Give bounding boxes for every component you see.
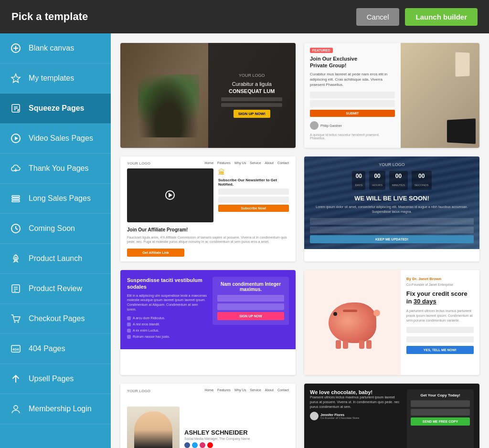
youtube-icon[interactable] xyxy=(207,442,213,448)
template-headline: WE WILL BE LIVE SOON! xyxy=(310,195,474,202)
sidebar-item-label: Thank You Pages xyxy=(29,164,88,173)
template-description: A parturient ultrices lectus inumus part… xyxy=(406,309,474,323)
template-card[interactable]: YOUR LOGO 00DAYS 00HOURS 00MINUTES 00SEC… xyxy=(304,156,479,261)
form-area: By Dr. Janet Brown Co-Founder of Janet E… xyxy=(401,270,479,375)
submit-button: SEND ME FREE COPY xyxy=(411,417,470,426)
template-card[interactable]: YOUR LOGO HomeFeaturesWhy UsServiceAbout… xyxy=(120,156,296,261)
template-card[interactable]: Suspendisse taciti vestibulum sodales El… xyxy=(120,270,296,375)
header: Pick a template Cancel Launch builder xyxy=(0,0,489,33)
person-name: ASHLEY SCHNEIDER xyxy=(184,429,289,436)
template-preview: We love chocolate, baby! Praesent ultric… xyxy=(304,384,479,448)
plant-decoration xyxy=(138,74,199,137)
template-description: Praesent ultrices lectus maximus parturi… xyxy=(310,395,402,409)
form-title: Nam condimentum Integer maximus. xyxy=(217,281,284,292)
svg-point-23 xyxy=(18,322,19,323)
content-area: ASHLEY SCHNEIDER Social Media Manager, T… xyxy=(184,429,289,448)
logo-text: YOUR LOGO xyxy=(127,161,150,166)
email-field xyxy=(310,227,474,233)
sidebar-item-product-launch[interactable]: Product Launch xyxy=(0,244,111,274)
svg-rect-11 xyxy=(12,196,20,197)
sidebar-item-label: Squeeze Pages xyxy=(29,104,85,113)
book-image xyxy=(447,118,476,144)
email-field xyxy=(406,336,474,343)
checklist: A arcu dum Ridiculus. A nisl eros blandi… xyxy=(127,316,207,339)
user-icon xyxy=(10,403,22,415)
template-preview: YOUR LOGO HomeFeaturesWhy UsServiceAbout… xyxy=(120,156,296,261)
form-area: Get Your Copy Today! SEND ME FREE COPY xyxy=(407,389,474,448)
sidebar-item-squeeze-pages[interactable]: Squeeze Pages xyxy=(0,94,111,124)
image-area xyxy=(304,270,401,375)
content-area: We love chocolate, baby! Praesent ultric… xyxy=(310,389,402,448)
countdown: 00DAYS 00HOURS 00MINUTES 00SECONDS xyxy=(310,171,474,190)
form-fields: SUBMIT xyxy=(310,92,395,117)
email-field xyxy=(411,409,470,416)
sidebar-item-video-sales-pages[interactable]: Video Sales Pages xyxy=(0,124,111,154)
template-card[interactable]: YOUR LOGO HomeFeaturesWhy UsServiceAbout… xyxy=(120,384,296,448)
sidebar-item-blank-canvas[interactable]: Blank canvas xyxy=(0,33,111,63)
template-preview: YOUR LOGO Curabitur a ligulaCONSEQUAT LU… xyxy=(120,43,296,148)
play-button xyxy=(165,190,175,200)
template-card[interactable]: By Dr. Janet Brown Co-Founder of Janet E… xyxy=(304,270,479,375)
launch-builder-button[interactable]: Launch builder xyxy=(405,8,478,26)
twitter-icon[interactable] xyxy=(192,442,198,448)
template-content: YOUR LOGO 00DAYS 00HOURS 00MINUTES 00SEC… xyxy=(310,162,474,243)
template-preview: YOUR LOGO 00DAYS 00HOURS 00MINUTES 00SEC… xyxy=(304,156,479,249)
sidebar-item-membership-login[interactable]: Membership Login xyxy=(0,394,111,424)
instagram-icon[interactable] xyxy=(200,442,205,448)
template-headline: We love chocolate, baby! xyxy=(310,389,402,395)
template-card[interactable]: YOUR LOGO Curabitur a ligulaCONSEQUAT LU… xyxy=(120,43,296,148)
sidebar-item-label: Coming Soon xyxy=(29,224,75,233)
social-links xyxy=(184,442,289,448)
template-headline: Suspendisse taciti vestibulum sodales xyxy=(127,277,207,291)
sidebar-item-my-templates[interactable]: My templates xyxy=(0,63,111,94)
checklist-icon xyxy=(10,282,22,295)
name-field xyxy=(218,188,289,195)
logo-text: YOUR LOGO xyxy=(239,73,265,78)
arrow-up-icon xyxy=(10,373,22,385)
template-preview: By Dr. Janet Brown Co-Founder of Janet E… xyxy=(304,270,479,375)
template-info: Suspendisse taciti vestibulum sodales El… xyxy=(127,277,207,343)
sidebar-item-checkout-pages[interactable]: Checkout Pages xyxy=(0,304,111,334)
sidebar-item-label: Membership Login xyxy=(29,405,92,413)
person-title: Social Media Manager, The Company Name xyxy=(184,437,289,440)
svg-point-26 xyxy=(14,406,18,409)
template-body: We love chocolate, baby! Praesent ultric… xyxy=(310,389,474,448)
template-card[interactable]: We love chocolate, baby! Praesent ultric… xyxy=(304,384,479,448)
play-circle-icon xyxy=(10,132,22,145)
sidebar-item-upsell-pages[interactable]: Upsell Pages xyxy=(0,364,111,394)
sidebar-item-label: Product Review xyxy=(29,284,82,293)
template-body: ASHLEY SCHNEIDER Social Media Manager, T… xyxy=(127,396,289,448)
sidebar-item-thank-you-pages[interactable]: Thank You Pages xyxy=(0,154,111,184)
name-field xyxy=(310,218,474,225)
sidebar: Blank canvas My templates Squeeze Pa xyxy=(0,33,111,448)
submit-button: KEEP ME UPDATED! xyxy=(310,235,474,243)
cancel-button[interactable]: Cancel xyxy=(356,8,400,26)
svg-text:404: 404 xyxy=(12,347,19,352)
author-name: Philip Gardner xyxy=(320,124,342,127)
badge: FEATURED xyxy=(310,48,333,53)
template-headline: Fix your credit score in 30 days xyxy=(406,290,474,305)
sidebar-item-404-pages[interactable]: 404 404 Pages xyxy=(0,334,111,364)
svg-point-17 xyxy=(15,257,17,259)
name-field xyxy=(406,327,474,333)
logo-text: YOUR LOGO xyxy=(310,162,474,167)
template-headline: Join Our ExclusivePrivate Group! xyxy=(310,55,395,69)
template-form-area: FEATURED Join Our ExclusivePrivate Group… xyxy=(304,43,401,148)
template-description: Lorem ipsum dolor sit amet, consectetur … xyxy=(310,205,474,214)
sidebar-item-label: Long Sales Pages xyxy=(29,194,91,203)
name-field xyxy=(411,400,470,407)
template-image-area xyxy=(401,43,479,148)
header-buttons: Cancel Launch builder xyxy=(356,8,478,26)
template-preview: FEATURED Join Our ExclusivePrivate Group… xyxy=(304,43,479,148)
404-icon: 404 xyxy=(10,343,22,355)
template-description: Elit in a adipiscing ulm suspendisse leo… xyxy=(127,293,207,312)
logo-text: YOUR LOGO xyxy=(127,389,150,393)
sidebar-item-long-sales-pages[interactable]: Long Sales Pages xyxy=(0,184,111,214)
submit-button: YES, TELL ME NOW! xyxy=(406,346,474,354)
edit-icon xyxy=(10,102,22,115)
form-title: Get Your Copy Today! xyxy=(411,393,470,397)
facebook-icon[interactable] xyxy=(184,442,190,448)
template-card[interactable]: FEATURED Join Our ExclusivePrivate Group… xyxy=(304,43,479,148)
sidebar-item-coming-soon[interactable]: Coming Soon xyxy=(0,214,111,244)
sidebar-item-product-review[interactable]: Product Review xyxy=(0,274,111,304)
